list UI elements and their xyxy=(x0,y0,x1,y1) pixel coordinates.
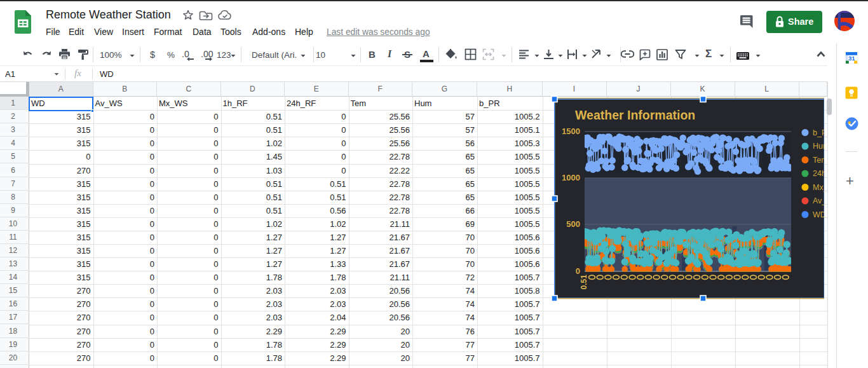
svg-text:Hum: Hum xyxy=(813,142,824,151)
svg-text:0.51: 0.51 xyxy=(580,275,588,290)
svg-text:WD: WD xyxy=(813,210,824,219)
svg-text:1000: 1000 xyxy=(562,173,580,182)
svg-text:1500: 1500 xyxy=(562,126,580,136)
svg-text:Av_WS: Av_WS xyxy=(813,196,824,205)
svg-text:Weather Information: Weather Information xyxy=(575,108,695,122)
svg-text:b_PR: b_PR xyxy=(813,128,824,137)
svg-text:24h_RF: 24h_RF xyxy=(813,169,824,178)
svg-text:31: 31 xyxy=(848,55,855,62)
svg-text:500: 500 xyxy=(566,219,580,229)
svg-text:0: 0 xyxy=(576,266,580,276)
svg-text:Tem: Tem xyxy=(813,156,824,165)
svg-text:Mx_WS: Mx_WS xyxy=(813,183,824,192)
